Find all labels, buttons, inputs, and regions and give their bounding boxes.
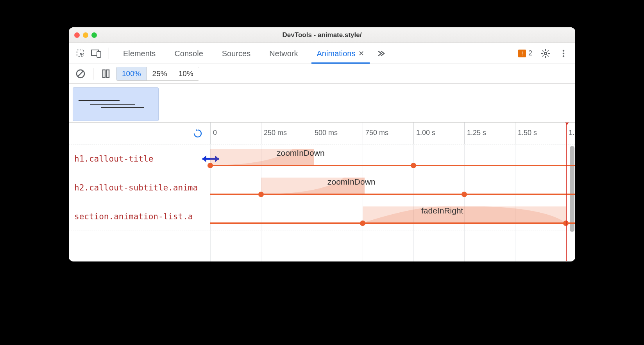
tick-label: 750 ms: [365, 129, 388, 137]
animation-row[interactable]: section.animation-list.a fadeInRight: [69, 202, 575, 231]
replay-icon[interactable]: [190, 126, 206, 141]
tab-label: Sources: [222, 49, 250, 58]
maximize-button[interactable]: [91, 32, 97, 38]
animation-group-thumb[interactable]: [73, 87, 159, 121]
animation-line: [210, 165, 575, 166]
ruler-tick: 1.50 s: [515, 123, 515, 144]
playhead[interactable]: [566, 123, 567, 261]
issues-count: 2: [528, 49, 532, 57]
ruler-tick: 500 ms: [312, 123, 312, 144]
settings-icon[interactable]: [538, 46, 553, 61]
animation-line: [210, 194, 575, 195]
keyframe-dot[interactable]: [462, 192, 467, 197]
preview-line: [90, 104, 135, 105]
animation-name: zoomInDown: [277, 148, 325, 158]
speed-10[interactable]: 10%: [173, 67, 199, 80]
close-icon[interactable]: ✕: [358, 49, 364, 58]
tab-label: Console: [174, 49, 203, 58]
tab-network[interactable]: Network: [260, 44, 307, 63]
animation-groups: [69, 84, 575, 123]
divider: [109, 48, 109, 59]
animation-row[interactable]: h2.callout-subtitle.anima zoomInDown: [69, 173, 575, 202]
ruler-tick: 250 ms: [261, 123, 261, 144]
issues-badge[interactable]: ! 2: [515, 49, 535, 57]
close-button[interactable]: [74, 32, 80, 38]
easing-curve: [363, 206, 566, 223]
keyframe-dot[interactable]: [208, 163, 213, 168]
pause-icon[interactable]: [98, 66, 114, 82]
inspect-icon[interactable]: [73, 46, 88, 61]
speed-group: 100% 25% 10%: [116, 67, 199, 81]
animation-line: [210, 222, 575, 224]
animation-track[interactable]: zoomInDown: [210, 144, 575, 173]
traffic-lights: [69, 32, 97, 38]
tick-label: 0: [213, 129, 217, 137]
titlebar: DevTools - animate.style/: [69, 27, 575, 43]
gridline: [464, 144, 465, 261]
svg-point-6: [563, 55, 565, 57]
animation-track[interactable]: fadeInRight: [210, 202, 575, 231]
gridline: [363, 144, 363, 261]
preview-line: [101, 107, 144, 108]
tab-console[interactable]: Console: [165, 44, 212, 63]
keyframe-dot[interactable]: [360, 221, 365, 226]
devtools-window: DevTools - animate.style/ Elements Conso…: [69, 27, 575, 261]
tick-label: 1.50 s: [518, 129, 537, 137]
ruler-tick: 750 ms: [363, 123, 363, 144]
keyframe-dot[interactable]: [411, 163, 416, 168]
ruler-tick: 0: [210, 123, 211, 144]
tick-label: 1.25 s: [467, 129, 486, 137]
svg-point-5: [563, 52, 565, 54]
vertical-scrollbar[interactable]: [570, 146, 574, 232]
svg-point-4: [563, 50, 565, 52]
tick-label: 250 ms: [264, 129, 287, 137]
tab-sources[interactable]: Sources: [213, 44, 260, 63]
tabs-row: Elements Console Sources Network Animati…: [69, 43, 575, 64]
tab-label: Animations: [317, 49, 356, 58]
animation-controls: 100% 25% 10%: [69, 64, 575, 84]
more-tabs-icon[interactable]: [374, 46, 388, 61]
tick-label: 500 ms: [315, 129, 338, 137]
preview-line: [79, 100, 120, 101]
svg-point-3: [544, 52, 547, 55]
gridline: [413, 144, 414, 261]
timeline-ruler[interactable]: 0250 ms500 ms750 ms1.00 s1.25 s1.50 s1.7…: [69, 123, 575, 144]
animation-selector: section.animation-list.a: [69, 202, 210, 231]
device-toggle-icon[interactable]: [88, 46, 104, 61]
animation-selector: h2.callout-subtitle.anima: [69, 173, 210, 202]
clear-icon[interactable]: [73, 66, 88, 82]
minimize-button[interactable]: [83, 32, 88, 38]
tab-animations[interactable]: Animations ✕: [308, 44, 374, 63]
svg-rect-2: [97, 52, 101, 57]
ruler-tick: 1.25 s: [464, 123, 465, 144]
tab-elements[interactable]: Elements: [114, 44, 165, 63]
animation-track[interactable]: zoomInDown: [210, 173, 575, 202]
speed-100[interactable]: 100%: [116, 67, 147, 80]
timeline-area: 0250 ms500 ms750 ms1.00 s1.25 s1.50 s1.7…: [69, 123, 575, 261]
window-title: DevTools - animate.style/: [69, 31, 575, 39]
tab-label: Elements: [123, 49, 156, 58]
svg-rect-9: [103, 70, 105, 78]
warning-icon: !: [518, 50, 526, 57]
svg-rect-10: [107, 70, 109, 78]
tab-label: Network: [269, 49, 298, 58]
tick-label: 1.00 s: [416, 129, 435, 137]
svg-line-8: [78, 71, 83, 76]
speed-25[interactable]: 25%: [147, 67, 173, 80]
divider: [93, 68, 93, 80]
gridline: [515, 144, 515, 261]
kebab-menu-icon[interactable]: [556, 46, 571, 61]
animation-name: zoomInDown: [327, 177, 376, 187]
animation-name: fadeInRight: [421, 206, 463, 215]
tick-label: 1.75 s: [569, 129, 575, 137]
keyframe-dot[interactable]: [258, 192, 264, 197]
animation-selector: h1.callout-title: [69, 144, 210, 173]
ruler-tick: 1.00 s: [413, 123, 414, 144]
animation-row[interactable]: h1.callout-title zoomInDown: [69, 144, 575, 173]
